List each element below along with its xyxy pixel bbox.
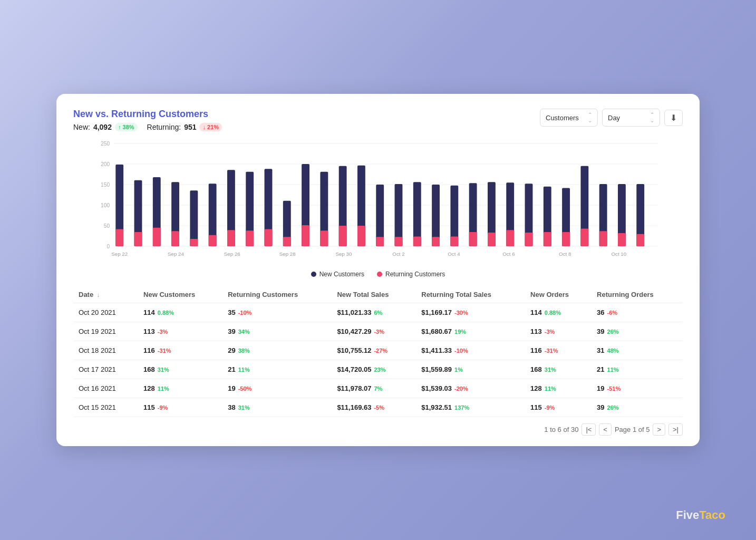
svg-rect-53: [506, 230, 514, 246]
cell-ret-orders: 3926%: [592, 322, 683, 341]
svg-text:Oct 6: Oct 6: [502, 251, 515, 257]
svg-rect-21: [209, 235, 217, 246]
cell-new-sales: $14,720.0523%: [332, 360, 416, 379]
cell-date: Oct 15 2021: [73, 398, 138, 417]
controls: Customers ⌃⌄ Day ⌃⌄ ⬇: [540, 109, 683, 127]
svg-rect-43: [413, 236, 421, 246]
bar-chart: 250 200 150 100 50 0: [73, 137, 683, 274]
prev-page-button[interactable]: <: [599, 423, 612, 436]
svg-text:150: 150: [101, 182, 110, 188]
svg-text:Sep 22: Sep 22: [111, 251, 128, 257]
svg-text:Oct 2: Oct 2: [392, 251, 404, 257]
cell-ret-customers: 2111%: [222, 360, 332, 379]
svg-rect-45: [432, 237, 440, 246]
period-select[interactable]: Day ⌃⌄: [602, 109, 660, 127]
svg-text:100: 100: [101, 202, 110, 208]
period-label: Day: [608, 114, 620, 122]
cell-ret-orders: 3926%: [592, 398, 683, 417]
svg-rect-47: [450, 236, 458, 246]
left-header: New vs. Returning Customers New: 4,092 ↑…: [73, 109, 222, 131]
svg-rect-65: [618, 233, 626, 246]
cell-new-orders: 113-3%: [525, 322, 592, 341]
new-pct-badge: ↑ 38%: [115, 123, 138, 131]
col-new-orders: New Orders: [525, 286, 592, 303]
new-label: New:: [73, 123, 90, 131]
pagination-row: 1 to 6 of 30 |< < Page 1 of 5 > >|: [73, 417, 683, 436]
col-ret-sales: Returning Total Sales: [416, 286, 525, 303]
cell-new-customers: 115-9%: [138, 398, 222, 417]
first-page-button[interactable]: |<: [581, 423, 596, 436]
metric-select[interactable]: Customers ⌃⌄: [540, 109, 598, 127]
cell-new-orders: 1140.88%: [525, 303, 592, 322]
cell-ret-orders: 19-51%: [592, 379, 683, 398]
main-card: New vs. Returning Customers New: 4,092 ↑…: [56, 94, 700, 446]
cell-new-sales: $11,021.336%: [332, 303, 416, 322]
returning-pct-badge: ↓ 21%: [199, 123, 222, 131]
cell-new-customers: 16831%: [138, 360, 222, 379]
cell-ret-sales: $1,932.51137%: [416, 398, 525, 417]
cell-ret-sales: $1,539.03-20%: [416, 379, 525, 398]
svg-rect-31: [302, 225, 309, 246]
cell-new-orders: 116-31%: [525, 341, 592, 360]
cell-ret-sales: $1,169.17-30%: [416, 303, 525, 322]
svg-rect-63: [599, 231, 607, 246]
svg-text:Oct 4: Oct 4: [448, 251, 460, 257]
svg-rect-35: [339, 226, 347, 246]
cell-new-sales: $10,755.12-27%: [332, 341, 416, 360]
cell-new-customers: 1140.88%: [138, 303, 222, 322]
table-row: Oct 19 2021 113-3% 3934% $10,427.29-3% $…: [73, 322, 683, 341]
cell-ret-customers: 19-50%: [222, 379, 332, 398]
cell-ret-sales: $1,559.891%: [416, 360, 525, 379]
cell-new-orders: 12811%: [525, 379, 592, 398]
svg-rect-59: [562, 232, 570, 246]
returning-stat: Returning: 951 ↓ 21%: [147, 123, 222, 131]
col-date[interactable]: Date ↓: [73, 286, 138, 303]
cell-new-customers: 12811%: [138, 379, 222, 398]
svg-rect-19: [190, 239, 198, 246]
new-stat: New: 4,092 ↑ 38%: [73, 123, 138, 131]
svg-rect-37: [357, 226, 365, 246]
svg-text:Sep 28: Sep 28: [279, 251, 296, 257]
svg-rect-18: [190, 190, 198, 246]
svg-rect-29: [283, 237, 291, 246]
cell-new-customers: 116-31%: [138, 341, 222, 360]
table-row: Oct 17 2021 16831% 2111% $14,720.0523% $…: [73, 360, 683, 379]
table-row: Oct 20 2021 1140.88% 35-10% $11,021.336%…: [73, 303, 683, 322]
svg-text:Sep 26: Sep 26: [224, 251, 240, 257]
pagination-info: 1 to 6 of 30: [544, 426, 578, 433]
svg-rect-25: [246, 230, 254, 246]
table-row: Oct 16 2021 12811% 19-50% $11,978.077% $…: [73, 379, 683, 398]
data-table: Date ↓ New Customers Returning Customers…: [73, 286, 683, 417]
svg-rect-41: [395, 237, 403, 246]
header-row: New vs. Returning Customers New: 4,092 ↑…: [73, 109, 683, 131]
metric-chevron-icon: ⌃⌄: [588, 112, 592, 123]
last-page-button[interactable]: >|: [668, 423, 683, 436]
cell-new-orders: 115-9%: [525, 398, 592, 417]
table-row: Oct 15 2021 115-9% 3831% $11,169.63-5% $…: [73, 398, 683, 417]
svg-text:200: 200: [101, 161, 110, 167]
chart-area: 250 200 150 100 50 0: [73, 137, 683, 266]
cell-new-sales: $11,169.63-5%: [332, 398, 416, 417]
cell-date: Oct 16 2021: [73, 379, 138, 398]
svg-rect-39: [376, 237, 384, 246]
table-body: Oct 20 2021 1140.88% 35-10% $11,021.336%…: [73, 303, 683, 417]
cell-ret-customers: 2938%: [222, 341, 332, 360]
branding: FiveTaco: [676, 508, 725, 522]
svg-rect-17: [171, 231, 179, 246]
cell-ret-customers: 3831%: [222, 398, 332, 417]
col-ret-orders: Returning Orders: [592, 286, 683, 303]
returning-label: Returning:: [147, 123, 181, 131]
cell-ret-orders: 2111%: [592, 360, 683, 379]
cell-new-orders: 16831%: [525, 360, 592, 379]
table-row: Oct 18 2021 116-31% 2938% $10,755.12-27%…: [73, 341, 683, 360]
bar-ret-0: [115, 229, 123, 247]
download-button[interactable]: ⬇: [664, 110, 683, 126]
svg-rect-49: [469, 232, 477, 246]
svg-text:Oct 8: Oct 8: [559, 251, 571, 257]
metric-label: Customers: [546, 114, 579, 122]
svg-rect-15: [153, 228, 161, 246]
cell-ret-customers: 35-10%: [222, 303, 332, 322]
cell-new-sales: $10,427.29-3%: [332, 322, 416, 341]
next-page-button[interactable]: >: [653, 423, 665, 436]
svg-rect-13: [134, 232, 142, 246]
